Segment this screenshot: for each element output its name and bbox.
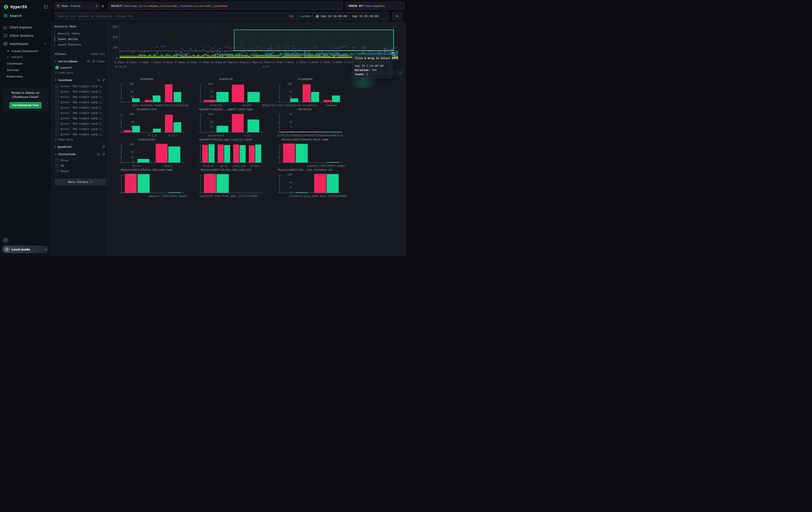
filter-checkbox-row[interactable]: Error: The credit card (… xyxy=(55,89,105,94)
checkbox[interactable] xyxy=(55,159,59,162)
chart-x-label: bronze xyxy=(203,164,213,167)
checkbox[interactable] xyxy=(55,90,59,93)
chart-x-label: 19935295 xyxy=(309,134,322,137)
checkbox[interactable] xyxy=(55,101,59,104)
filter-group-clear[interactable]: Clear xyxy=(97,60,105,63)
heatmap-x-label: 9:00pm xyxy=(187,60,197,64)
more-filters-button[interactable]: More filters xyxy=(55,179,106,185)
checkbox[interactable] xyxy=(55,95,59,99)
mode-lucene[interactable]: Lucene xyxy=(300,15,310,18)
filter-checkbox-row[interactable]: Error: The credit card (… xyxy=(55,94,105,100)
heatmap-x-label: 11:00pm xyxy=(235,60,246,64)
heatmap-x-tick xyxy=(119,58,120,59)
sidebar-item-client-sessions[interactable]: Client Sessions xyxy=(0,31,51,39)
chart-bar-green xyxy=(216,92,229,102)
checkbox[interactable] xyxy=(55,106,59,109)
chart-y-label: 25 xyxy=(203,126,213,129)
sidebar-subitem-create-dashboard[interactable]: Create Dashboard xyxy=(0,48,51,54)
chart-y-label: 50 xyxy=(203,90,213,93)
duration-heatmap[interactable] xyxy=(119,26,398,58)
checkbox[interactable] xyxy=(55,85,59,88)
tooltip-count-value: 1 xyxy=(367,73,369,76)
chart-x-label: f5344ec9-a1ea-4290-a62a-78f5bee8d90b xyxy=(289,194,347,198)
checkbox[interactable] xyxy=(55,133,59,136)
sidebar-subitem-services[interactable]: Services xyxy=(0,67,51,73)
user-menu[interactable]: U Local mode › xyxy=(2,246,49,253)
chart-title: SpanName xyxy=(109,77,184,81)
heatmap-vgridline xyxy=(338,26,338,58)
filter-checkbox-row[interactable]: Ok xyxy=(55,163,105,168)
chart-y-tick xyxy=(120,114,121,115)
query-token: Duration xyxy=(189,4,203,7)
sidebar-subitem-clickhouse[interactable]: ClickHouse xyxy=(0,60,51,67)
analysis-mode-results-table[interactable]: Results Table xyxy=(55,31,105,36)
filter-checkbox-row[interactable]: Error xyxy=(55,158,105,163)
page-next-button[interactable]: › xyxy=(397,70,403,75)
run-query-button[interactable] xyxy=(392,12,402,20)
checkbox[interactable]: ✓ xyxy=(55,66,59,69)
help-button[interactable]: ? xyxy=(3,237,8,243)
checkbox[interactable] xyxy=(55,122,59,125)
analysis-mode-event-deltas[interactable]: Event Deltas xyxy=(55,36,105,42)
mag-icon xyxy=(97,153,100,156)
filter-group-name[interactable]: SpanKind xyxy=(57,145,71,149)
filter-checkbox-row[interactable]: Error: The credit card (… xyxy=(55,126,105,132)
filter-checkbox-row[interactable]: Error: The credit card (… xyxy=(55,132,105,137)
sidebar-item-chart-explorer[interactable]: Chart Explorer xyxy=(0,23,51,31)
chevron-down-icon xyxy=(7,57,10,58)
chart-bar-green xyxy=(138,174,150,193)
chart-title: ScopeVersion xyxy=(109,108,184,111)
filter-checkbox-row[interactable]: Error: The credit card (… xyxy=(55,121,105,126)
analysis-mode-event-patterns[interactable]: Event Patterns xyxy=(55,42,105,47)
clear-all-button[interactable]: Clear all xyxy=(91,53,105,56)
search-input[interactable] xyxy=(57,14,287,18)
order-by-editor[interactable]: ORDER BY Timestamp DESC xyxy=(346,2,404,9)
chart-title: StatusCode xyxy=(109,138,184,141)
chart-y-label: 5 xyxy=(282,126,292,129)
chart-bar-green xyxy=(174,92,181,102)
heatmap-x-label: 10:00pm xyxy=(210,60,222,64)
checkbox[interactable] xyxy=(55,117,59,120)
chart-y-tick xyxy=(120,158,121,158)
checkbox[interactable] xyxy=(55,169,59,173)
mode-sql[interactable]: SQL xyxy=(289,15,294,18)
sidebar-collapse-icon[interactable] xyxy=(44,5,48,9)
source-select-value: Demo Traces xyxy=(61,4,81,7)
chart-y-label: 25 xyxy=(282,95,292,99)
filter-show-more[interactable]: Show more xyxy=(55,137,105,141)
filter-checkbox-row[interactable]: Error: The credit card (… xyxy=(55,115,105,121)
chart-x-tick xyxy=(293,132,294,134)
heatmap-vgridline xyxy=(265,26,265,58)
filter-checkbox-row[interactable]: Error: The credit card (… xyxy=(55,100,105,105)
checkbox[interactable] xyxy=(55,127,59,131)
query-token: Timestamp xyxy=(121,4,137,7)
sidebar-item-dashboards[interactable]: Dashboards xyxy=(0,39,51,48)
chart-x-label: payment xyxy=(326,104,337,107)
chart-x-label: Internal xyxy=(210,104,223,107)
filter-load-more[interactable]: Load more xyxy=(55,70,105,74)
heatmap-threshold-line xyxy=(120,51,398,51)
filter-checkbox-row[interactable]: ✓payment xyxy=(55,65,105,70)
heatmap-date-label: 9/14/25 xyxy=(115,65,127,68)
gear-icon[interactable]: ⚙ xyxy=(102,4,104,8)
get-started-button[interactable]: Get Started for Free xyxy=(9,102,41,109)
sql-select-editor[interactable]: SELECT Timestamp, ServiceName, StatusCod… xyxy=(108,2,342,9)
filter-checkbox-row[interactable]: Error: The credit card (… xyxy=(55,83,105,89)
filter-group-name[interactable]: ServiceName xyxy=(58,60,77,63)
date-range-picker[interactable]: Sep 14 18:00:00 - Sep 15 05:30:00 xyxy=(313,12,389,20)
checkbox[interactable] xyxy=(55,164,59,167)
filter-checkbox-row[interactable]: Error: The credit card (… xyxy=(55,105,105,110)
sidebar-subitem-kubernetes[interactable]: Kubernetes xyxy=(0,73,51,80)
chart-y-label: 50 xyxy=(124,90,134,93)
delta-chart-scopeversion: ScopeVersion025501000.1.00.51.1 xyxy=(109,107,185,136)
filter-checkbox-row[interactable]: Unset xyxy=(55,168,105,173)
checkbox[interactable] xyxy=(55,111,59,115)
source-select[interactable]: Demo Traces ▲▼ xyxy=(55,2,99,9)
sidebar-item-search[interactable]: Search xyxy=(0,11,51,20)
filter-value-label: payment xyxy=(61,66,72,69)
sidebar-subitem-presets[interactable]: PRESETS xyxy=(0,54,51,60)
chart-x-tick xyxy=(239,162,240,164)
filter-group-name[interactable]: StatusCode xyxy=(58,153,76,156)
filter-checkbox-row[interactable]: Error: The credit card (… xyxy=(55,110,105,115)
filter-group-name[interactable]: SpanName xyxy=(58,78,72,82)
